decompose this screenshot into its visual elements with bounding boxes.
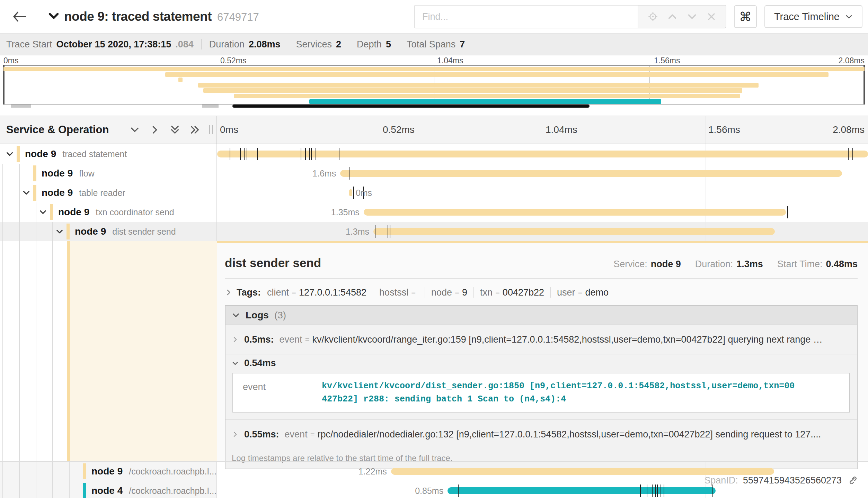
span-row-labels: node 9traced statement	[25, 144, 127, 164]
minimap-axis-tick-label: 1.56ms	[654, 56, 680, 65]
duration-value: 1.3ms	[736, 259, 763, 270]
span-row-labels: node 9dist sender send	[75, 222, 176, 241]
span-row-timeline-cell: 1.22ms	[217, 462, 868, 481]
tag-separator	[373, 287, 373, 298]
span-row[interactable]: node 9txn coordinator send1.35ms	[0, 202, 868, 222]
span-bar[interactable]	[349, 189, 352, 196]
minimap-grip-right[interactable]	[202, 105, 219, 108]
collapse-all-icon[interactable]	[170, 125, 180, 135]
service-color-bar	[67, 224, 70, 239]
stat-item: Trace StartOctober 15 2020, 17:38:15.084	[6, 39, 194, 50]
minimap-axis-tick-label: 1.04ms	[437, 56, 463, 65]
span-row-name-cell: node 9/cockroach.roachpb.I...	[0, 462, 217, 481]
span-bar[interactable]	[448, 487, 716, 494]
log-field-key: event	[233, 373, 322, 412]
meta-separator	[770, 260, 770, 269]
column-resize-grip[interactable]	[209, 125, 213, 134]
tag-separator	[550, 287, 551, 298]
minimap-span-bar	[3, 67, 865, 71]
trace-minimap[interactable]	[3, 65, 865, 105]
span-bar[interactable]	[373, 228, 775, 235]
find-group	[414, 5, 726, 28]
span-row[interactable]: node 9traced statement	[0, 144, 868, 164]
expand-chevron-icon[interactable]	[6, 150, 14, 158]
span-row[interactable]: node 9/cockroach.roachpb.I...1.22ms	[0, 462, 868, 481]
service-operation-label: Service & Operation	[6, 124, 109, 136]
top-bar-actions: ⌘ Trace Timeline	[414, 5, 868, 28]
indent-guide	[69, 481, 70, 498]
tags-accordion[interactable]: Tags: client=127.0.0.1:54582hostssl=node…	[225, 284, 858, 300]
span-row[interactable]: node 9table reader0ms	[0, 183, 868, 202]
locate-icon[interactable]	[648, 11, 658, 22]
log-timestamp: 0.55ms:	[244, 429, 279, 440]
equals-sign: =	[305, 335, 310, 344]
indent-guide	[52, 462, 53, 481]
expand-one-icon[interactable]	[150, 125, 160, 135]
stat-value: 5	[386, 39, 391, 50]
tag-equals: =	[411, 289, 416, 298]
start-time-value: 0.48ms	[826, 259, 858, 270]
find-input[interactable]	[415, 6, 638, 28]
log-tick-mark	[657, 485, 658, 497]
log-tick-mark	[652, 485, 653, 497]
logs-accordion-header[interactable]: Logs (3)	[225, 306, 857, 325]
span-row[interactable]: node 4/cockroach.roachpb.I...0.85ms	[0, 481, 868, 498]
back-button[interactable]	[0, 0, 39, 33]
log-tick-mark	[230, 148, 230, 160]
collapse-one-icon[interactable]	[130, 125, 140, 135]
service-name: node 9	[42, 168, 73, 179]
service-color-bar	[83, 463, 86, 479]
span-duration-label: 0ms	[356, 188, 372, 198]
log-entry-collapsed[interactable]: 0.55ms: event = rpc/nodedialer/nodediale…	[225, 420, 857, 449]
span-bar[interactable]	[217, 151, 868, 157]
service-name: node 9	[58, 207, 89, 218]
log-tick-mark	[316, 148, 316, 160]
span-row-timeline-cell: 1.3ms	[217, 222, 868, 241]
indent-guide	[69, 462, 70, 481]
service-name: node 9	[42, 187, 73, 198]
span-row-timeline-cell: 0ms	[217, 183, 868, 202]
collapse-trace-chevron-icon[interactable]	[47, 10, 60, 24]
span-bar[interactable]	[364, 209, 786, 216]
span-row[interactable]: node 9dist sender send1.3ms	[0, 222, 868, 241]
span-detail-meta: Service: node 9 Duration: 1.3ms Start Ti…	[613, 259, 858, 270]
logs-section: Logs (3) 0.5ms: event = kv/kvclient/kvco…	[225, 305, 858, 469]
span-row-timeline-cell	[217, 144, 868, 164]
expand-all-icon[interactable]	[190, 125, 200, 135]
indent-guide	[52, 481, 53, 498]
span-bar[interactable]	[391, 468, 774, 475]
find-prev-icon[interactable]	[667, 11, 677, 22]
log-tick-mark	[458, 485, 459, 497]
tag-value: 127.0.0.1:54582	[299, 287, 366, 298]
duration-label: Duration:	[695, 259, 733, 270]
minimap-span-bar	[234, 94, 739, 98]
minimap-grip-left[interactable]	[11, 105, 31, 108]
indent-guide	[36, 241, 36, 461]
span-row[interactable]: node 9flow1.6ms	[0, 164, 868, 183]
log-tick-mark	[640, 485, 641, 497]
indent-guide	[52, 241, 53, 461]
keyboard-shortcuts-button[interactable]: ⌘	[734, 5, 757, 28]
indent-guide	[52, 222, 53, 241]
service-color-bar	[83, 483, 86, 498]
indent-guide	[19, 462, 20, 481]
clear-find-icon[interactable]	[707, 12, 716, 21]
log-entry-collapsed[interactable]: 0.5ms: event = kv/kvclient/kvcoord/range…	[225, 325, 857, 354]
span-row-name-cell: node 9traced statement	[0, 144, 217, 164]
log-field-value: kv/kvclient/kvcoord/dist_sender.go:1850 …	[322, 373, 807, 412]
expand-chevron-icon[interactable]	[22, 189, 30, 197]
minimap-axis: 0ms0.52ms1.04ms1.56ms2.08ms	[0, 56, 868, 64]
trace-id-short: 6749717	[217, 11, 259, 24]
tags-label: Tags:	[237, 287, 261, 298]
span-bar[interactable]	[340, 170, 842, 177]
detail-divider	[225, 278, 858, 279]
expand-chevron-icon[interactable]	[55, 227, 64, 236]
span-duration-label: 1.22ms	[358, 467, 387, 477]
find-next-icon[interactable]	[687, 11, 697, 22]
span-row-labels: node 4/cockroach.roachpb.I...	[91, 481, 216, 498]
timeline-scrollbar[interactable]	[232, 105, 590, 108]
timeline-axis-header: 0ms0.52ms1.04ms1.56ms2.08ms	[217, 116, 868, 144]
view-mode-dropdown[interactable]: Trace Timeline	[764, 5, 862, 28]
log-entry-expanded-header[interactable]: 0.54ms	[225, 354, 857, 371]
expand-chevron-icon[interactable]	[39, 208, 47, 216]
